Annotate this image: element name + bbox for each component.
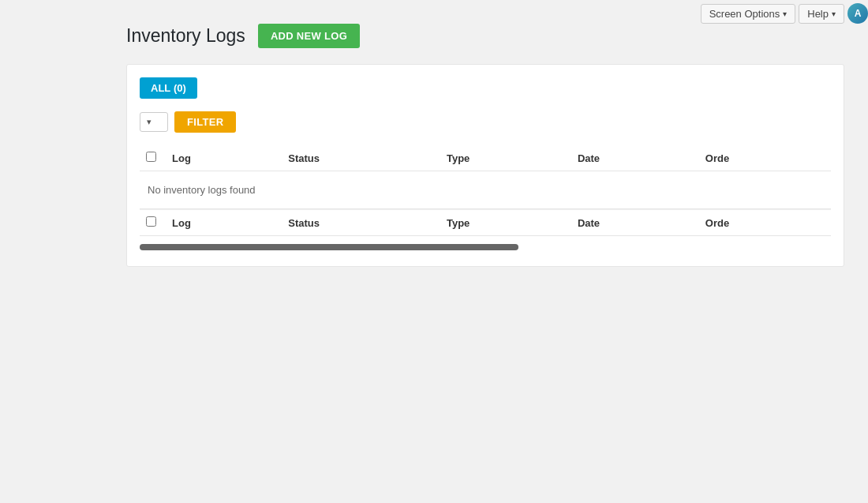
tab-all[interactable]: ALL (0) [140, 77, 197, 99]
content-panel: ALL (0) ▾ FILTER Log Status Type [126, 64, 844, 267]
footer-th-type: Type [439, 210, 570, 236]
table-header: Log Status Type Date Orde [140, 145, 831, 171]
chevron-down-icon: ▾ [147, 117, 152, 127]
footer-th-status: Status [280, 210, 439, 236]
tab-all-count: (0) [170, 82, 186, 94]
th-status: Status [280, 145, 439, 171]
filter-button[interactable]: FILTER [174, 111, 236, 133]
select-all-footer-checkbox[interactable] [146, 216, 156, 227]
page-title: Inventory Logs [126, 25, 245, 47]
th-checkbox [140, 145, 164, 171]
footer-th-checkbox [140, 210, 164, 236]
select-all-checkbox[interactable] [146, 152, 156, 162]
scroll-indicator[interactable] [140, 244, 518, 250]
log-table: Log Status Type Date Orde No inventory l… [140, 145, 831, 236]
screen-options-label: Screen Options [709, 8, 780, 20]
th-date: Date [570, 145, 698, 171]
help-label: Help [807, 8, 829, 20]
filter-tabs: ALL (0) [140, 77, 831, 99]
footer-th-log: Log [164, 210, 280, 236]
th-order: Orde [698, 145, 831, 171]
table-body: No inventory logs found Log Status Type … [140, 171, 831, 236]
tab-all-label: ALL [151, 82, 170, 94]
screen-options-chevron: ▾ [783, 9, 787, 18]
empty-row: No inventory logs found [140, 171, 831, 209]
filter-dropdown[interactable]: ▾ [140, 112, 168, 132]
table-footer-row: Log Status Type Date Orde [140, 210, 831, 236]
page-header: Inventory Logs ADD NEW LOG [126, 24, 844, 48]
th-type: Type [439, 145, 570, 171]
help-chevron: ▾ [832, 9, 836, 18]
screen-options-button[interactable]: Screen Options ▾ [701, 4, 796, 24]
footer-th-date: Date [570, 210, 698, 236]
main-content: Inventory Logs ADD NEW LOG ALL (0) ▾ FIL… [0, 8, 868, 283]
avatar[interactable]: A [847, 3, 868, 24]
empty-message: No inventory logs found [140, 171, 831, 209]
table-header-row: Log Status Type Date Orde [140, 145, 831, 171]
top-bar: Screen Options ▾ Help ▾ A [701, 0, 868, 27]
filter-row: ▾ FILTER [140, 111, 831, 133]
th-log: Log [164, 145, 280, 171]
add-new-log-button[interactable]: ADD NEW LOG [258, 24, 360, 48]
help-button[interactable]: Help ▾ [799, 4, 844, 24]
footer-th-order: Orde [698, 210, 831, 236]
